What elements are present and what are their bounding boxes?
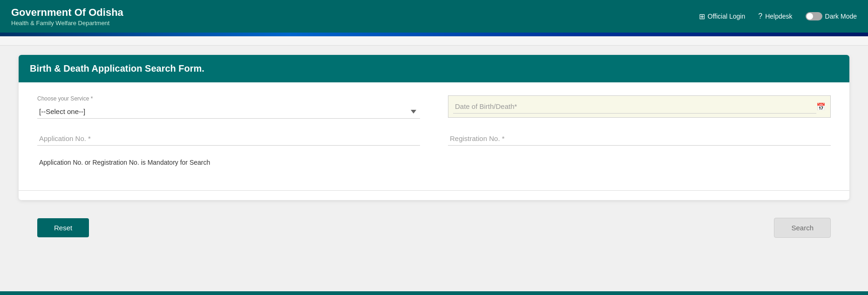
page-header: Government Of Odisha Health & Family Wel… <box>0 0 868 33</box>
form-card-body: Choose your Service * [--Select one--] B… <box>19 82 849 190</box>
service-label: Choose your Service * <box>37 95 420 102</box>
app-no-input[interactable] <box>37 132 420 146</box>
question-icon: ? <box>758 12 762 20</box>
reg-no-group <box>448 132 831 146</box>
form-row-1: Choose your Service * [--Select one--] B… <box>37 95 831 119</box>
separator-bar <box>0 36 868 46</box>
toggle-thumb <box>807 13 813 20</box>
helpdesk-label: Helpdesk <box>765 13 792 20</box>
form-card-header: Birth & Death Application Search Form. <box>19 55 849 82</box>
header-branding: Government Of Odisha Health & Family Wel… <box>11 6 123 27</box>
main-content: Birth & Death Application Search Form. C… <box>0 46 868 255</box>
reset-button[interactable]: Reset <box>37 218 89 237</box>
service-select[interactable]: [--Select one--] Birth Certificate Death… <box>37 105 420 119</box>
dark-mode-toggle[interactable]: Dark Mode <box>806 12 857 20</box>
form-divider <box>19 190 849 191</box>
mandatory-message: Application No. or Registration No. is M… <box>37 159 831 166</box>
org-title: Government Of Odisha <box>11 6 123 20</box>
form-row-2 <box>37 132 831 146</box>
official-login-label: Official Login <box>708 13 746 20</box>
accent-bar <box>0 33 868 36</box>
dob-date-group: 📅 <box>448 95 831 118</box>
app-no-group <box>37 132 420 146</box>
search-button[interactable]: Search <box>774 218 831 238</box>
grid-icon: ⊞ <box>699 12 705 21</box>
toggle-track <box>806 12 822 20</box>
footer-buttons: Reset Search <box>19 209 849 246</box>
official-login-link[interactable]: ⊞ Official Login <box>699 12 746 21</box>
header-nav: ⊞ Official Login ? Helpdesk Dark Mode <box>699 12 857 21</box>
form-title: Birth & Death Application Search Form. <box>30 63 838 74</box>
form-card: Birth & Death Application Search Form. C… <box>19 55 849 200</box>
service-group: Choose your Service * [--Select one--] B… <box>37 95 420 119</box>
dob-input[interactable] <box>453 100 816 114</box>
dob-group: 📅 <box>448 95 831 119</box>
helpdesk-link[interactable]: ? Helpdesk <box>758 12 792 20</box>
dark-mode-label: Dark Mode <box>825 13 857 20</box>
org-subtitle: Health & Family Welfare Department <box>11 20 123 27</box>
reg-no-input[interactable] <box>448 132 831 146</box>
calendar-icon: 📅 <box>816 102 826 111</box>
